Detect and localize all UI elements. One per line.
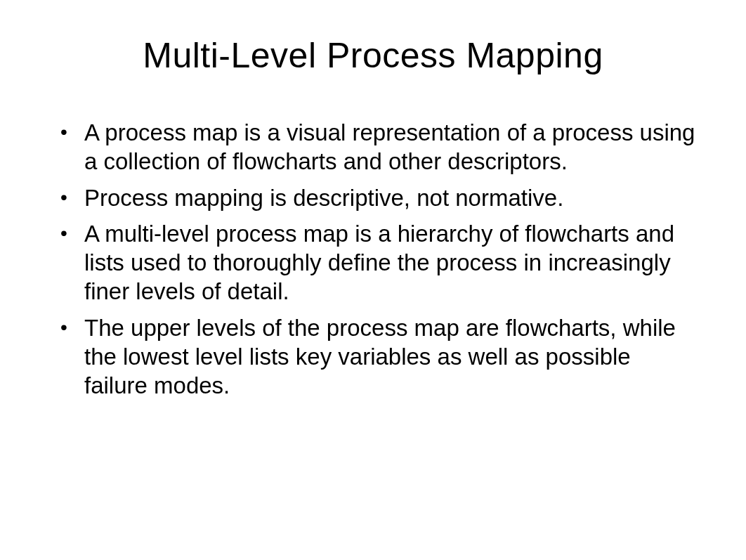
bullet-text: A multi-level process map is a hierarchy… [84, 219, 697, 306]
bullet-icon: • [56, 313, 84, 341]
bullet-icon: • [56, 118, 84, 145]
bullet-icon: • [56, 183, 84, 211]
list-item: • A multi-level process map is a hierarc… [56, 219, 697, 306]
bullet-text: The upper levels of the process map are … [84, 313, 697, 401]
bullet-text: A process map is a visual representation… [84, 118, 697, 176]
bullet-icon: • [56, 219, 84, 247]
slide-title: Multi-Level Process Mapping [49, 35, 697, 76]
list-item: • Process mapping is descriptive, not no… [56, 183, 697, 212]
bullet-text: Process mapping is descriptive, not norm… [84, 183, 697, 212]
list-item: • The upper levels of the process map ar… [56, 313, 697, 401]
list-item: • A process map is a visual representati… [56, 118, 697, 176]
bullet-list: • A process map is a visual representati… [49, 118, 697, 400]
